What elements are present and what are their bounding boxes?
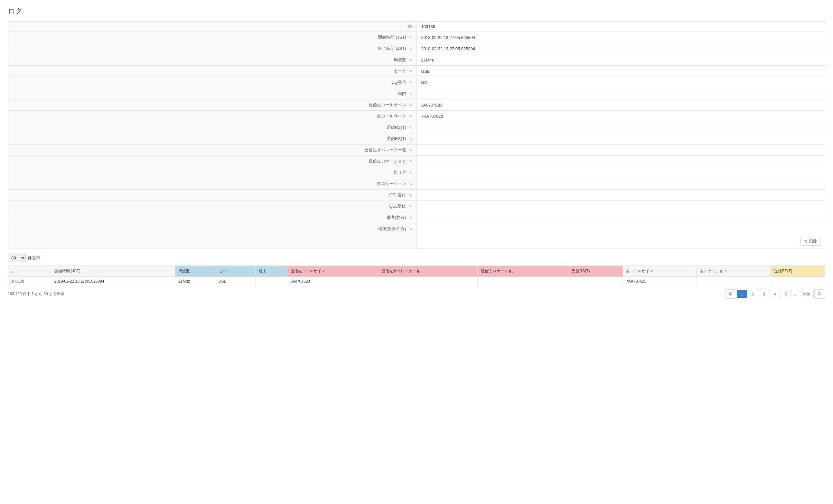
column-header: # — [8, 266, 51, 277]
detail-label: 通信先コールサイン✎ — [8, 99, 417, 111]
detail-row: 備考(共有)✎ — [8, 212, 825, 223]
detail-row: 受信RS(T)✎ — [8, 133, 825, 144]
detail-row: 自コールサイン✎7KA707623 — [8, 111, 825, 122]
table-cell: JA0707623 — [287, 277, 378, 286]
page-button[interactable]: 4 — [769, 290, 780, 298]
delete-row: 🗑 削除 — [8, 234, 825, 248]
column-header: 経由 — [255, 266, 287, 277]
list-header-row: #開始時間 (JST)周波数モード経由通信先コールサイン通信先オペレーター名通信… — [8, 266, 825, 277]
detail-label: ID — [8, 22, 417, 32]
table-cell: USB — [215, 277, 255, 286]
edit-icon[interactable]: ✎ — [407, 193, 412, 198]
edit-icon[interactable]: ✎ — [407, 103, 412, 107]
detail-row: CQ発信✎NO — [8, 77, 825, 88]
detail-row: 終了時間 (JST)✎2018-02-22 13:27:05.825394 — [8, 43, 825, 54]
page-ellipsis: ... — [791, 290, 797, 298]
detail-value: USB — [416, 66, 825, 77]
edit-icon[interactable]: ✎ — [407, 58, 412, 63]
edit-icon[interactable]: ✎ — [407, 92, 412, 96]
detail-label: QSL送付✎ — [8, 190, 417, 201]
edit-icon[interactable]: ✎ — [407, 47, 412, 51]
controls-row: 10203050100 件表示 — [8, 254, 825, 262]
column-header: 自コールサイン — [623, 266, 697, 277]
detail-value — [416, 156, 825, 167]
detail-value — [416, 88, 825, 99]
detail-label: 自ロケーション✎ — [8, 178, 417, 190]
per-page-select[interactable]: 10203050100 — [8, 254, 26, 262]
detail-label: 開始時間 (JST)✎ — [8, 32, 417, 43]
last-page-button[interactable]: 3438 — [798, 290, 814, 298]
edit-icon[interactable]: ✎ — [407, 159, 412, 164]
edit-icon[interactable]: ✎ — [407, 227, 412, 232]
next-page-button[interactable]: 次 — [814, 289, 825, 299]
edit-icon[interactable]: ✎ — [407, 35, 412, 40]
column-header: 自ロケーション — [697, 266, 771, 277]
table-row: 1031382018-02-22 13:27:05.82539421MhzUSB… — [8, 277, 825, 286]
page-title: ログ — [8, 6, 825, 16]
detail-label: 備考(共有)✎ — [8, 212, 417, 223]
detail-label: CQ発信✎ — [8, 77, 417, 88]
detail-row: 自ロケーション✎ — [8, 178, 825, 190]
table-cell: 7KA707623 — [623, 277, 697, 286]
prev-page-button[interactable]: 前 — [725, 289, 736, 299]
detail-row: QSL送付✎ — [8, 190, 825, 201]
detail-row: 備考(自分のみ)✎ — [8, 223, 825, 235]
edit-icon[interactable]: ✎ — [407, 205, 412, 209]
row-id-link[interactable]: 103138 — [11, 279, 24, 284]
list-table: #開始時間 (JST)周波数モード経由通信先コールサイン通信先オペレーター名通信… — [8, 265, 825, 286]
detail-row: 通信先ロケーション✎ — [8, 156, 825, 167]
edit-icon[interactable]: ✎ — [407, 137, 412, 141]
detail-label: QSL受信✎ — [8, 201, 417, 212]
detail-value — [416, 223, 825, 235]
detail-label: 送信RS(T)✎ — [8, 122, 417, 133]
page-button[interactable]: 1 — [737, 290, 747, 298]
detail-value — [416, 178, 825, 190]
edit-icon[interactable]: ✎ — [407, 80, 412, 85]
edit-icon[interactable]: ✎ — [407, 125, 412, 130]
table-cell — [697, 277, 771, 286]
table-cell — [771, 277, 825, 286]
detail-row: 通信先オペレーター名✎ — [8, 144, 825, 156]
edit-icon[interactable]: ✎ — [407, 182, 412, 186]
edit-icon[interactable]: ✎ — [407, 148, 412, 152]
pagination: 前12345...3438次 — [725, 289, 825, 299]
column-header: 送信RS(T) — [771, 266, 825, 277]
detail-value — [416, 167, 825, 178]
detail-row: 開始時間 (JST)✎2018-02-22 13:27:05.825394 — [8, 32, 825, 43]
detail-row: 周波数✎21Mhz — [8, 54, 825, 66]
edit-icon[interactable]: ✎ — [407, 69, 412, 74]
edit-icon[interactable]: ✎ — [407, 171, 412, 175]
detail-value — [416, 190, 825, 201]
edit-icon[interactable]: ✎ — [407, 114, 412, 119]
detail-label: モード✎ — [8, 66, 417, 77]
detail-value — [416, 201, 825, 212]
detail-label: 通信先ロケーション✎ — [8, 156, 417, 167]
detail-row: 通信先コールサイン✎JA0707623 — [8, 99, 825, 111]
trash-icon: 🗑 — [804, 239, 808, 244]
detail-value — [416, 133, 825, 144]
delete-label: 削除 — [809, 239, 817, 244]
detail-value: 7KA707623 — [416, 111, 825, 122]
detail-row: QSL受信✎ — [8, 201, 825, 212]
page-button[interactable]: 2 — [748, 290, 758, 298]
table-cell — [255, 277, 287, 286]
detail-label: 受信RS(T)✎ — [8, 133, 417, 144]
column-header: モード — [215, 266, 255, 277]
column-header: 通信先オペレーター名 — [378, 266, 477, 277]
detail-value: 2018-02-22 13:27:05.825394 — [416, 43, 825, 54]
page-button[interactable]: 3 — [759, 290, 769, 298]
detail-label: 自コールサイン✎ — [8, 111, 417, 122]
footer-row: 103,129 件中 1 から 30 まで表示 前12345...3438次 — [8, 289, 825, 299]
page-button[interactable]: 5 — [781, 290, 791, 298]
table-cell: 2018-02-22 13:27:05.825394 — [51, 277, 175, 286]
detail-value — [416, 122, 825, 133]
table-cell — [568, 277, 623, 286]
edit-icon[interactable]: ✎ — [407, 216, 412, 220]
detail-value: 21Mhz — [416, 54, 825, 66]
detail-label: 備考(自分のみ)✎ — [8, 223, 417, 235]
delete-button[interactable]: 🗑 削除 — [801, 237, 820, 245]
column-header: 通信先コールサイン — [287, 266, 378, 277]
detail-value: NO — [416, 77, 825, 88]
detail-label: 自リグ✎ — [8, 167, 417, 178]
detail-label: 終了時間 (JST)✎ — [8, 43, 417, 54]
